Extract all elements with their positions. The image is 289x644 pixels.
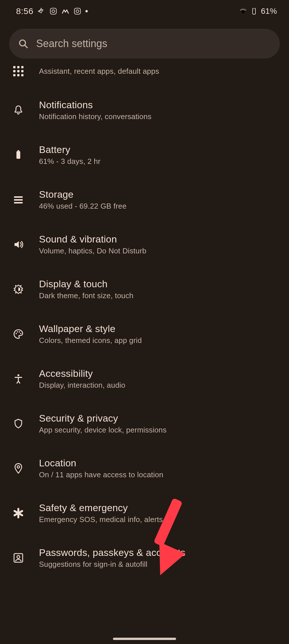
item-title: Security & privacy	[39, 413, 167, 424]
settings-item-wallpaper[interactable]: Wallpaper & style Colors, themed icons, …	[0, 312, 289, 356]
item-title: Accessibility	[39, 368, 125, 379]
settings-item-apps[interactable]: Apps Assistant, recent apps, default app…	[0, 61, 289, 88]
item-title: Display & touch	[39, 278, 133, 290]
svg-rect-8	[253, 7, 255, 8]
item-subtitle: On / 11 apps have access to location	[39, 470, 163, 479]
gesture-nav-bar[interactable]	[113, 638, 176, 640]
settings-item-location[interactable]: Location On / 11 apps have access to loc…	[0, 446, 289, 491]
item-subtitle: Emergency SOS, medical info, alerts	[39, 515, 163, 524]
instagram-icon	[73, 7, 81, 15]
battery-status-icon	[250, 7, 258, 15]
search-icon	[18, 38, 29, 49]
volume-icon	[11, 237, 26, 252]
battery-percentage: 61%	[261, 7, 277, 16]
brightness-icon	[11, 282, 26, 297]
svg-point-13	[15, 333, 17, 334]
item-subtitle: Display, interaction, audio	[39, 381, 125, 390]
medical-asterisk-icon	[11, 506, 26, 521]
settings-item-sound[interactable]: Sound & vibration Volume, haptics, Do No…	[0, 222, 289, 267]
item-subtitle: Volume, haptics, Do Not Disturb	[39, 247, 147, 255]
item-title: Storage	[39, 189, 126, 200]
search-container	[0, 22, 289, 59]
instagram-icon	[49, 7, 57, 15]
shield-icon	[11, 416, 26, 431]
status-bar: 8:56 61%	[0, 0, 289, 22]
svg-point-1	[52, 10, 55, 12]
overflow-dot-icon	[85, 10, 88, 12]
item-subtitle: Suggestions for sign-in & autofill	[39, 560, 185, 569]
item-subtitle: Assistant, recent apps, default apps	[39, 67, 159, 76]
settings-item-display[interactable]: Display & touch Dark theme, font size, t…	[0, 267, 289, 312]
item-subtitle: 46% used - 69.22 GB free	[39, 202, 126, 211]
battery-icon	[11, 148, 26, 162]
search-input[interactable]	[36, 38, 271, 50]
svg-point-20	[17, 556, 20, 558]
location-pin-icon	[11, 461, 26, 476]
settings-item-notifications[interactable]: Notifications Notification history, conv…	[0, 88, 289, 133]
svg-point-2	[55, 9, 56, 10]
account-box-icon	[11, 550, 26, 565]
item-subtitle: App security, device lock, permissions	[39, 426, 167, 434]
svg-point-17	[17, 374, 19, 376]
pinwheel-icon	[37, 7, 45, 15]
palette-icon	[11, 327, 26, 342]
item-title: Wallpaper & style	[39, 323, 142, 334]
bell-icon	[11, 103, 26, 118]
status-time: 8:56	[16, 6, 33, 16]
item-title: Location	[39, 457, 163, 469]
item-title: Safety & emergency	[39, 502, 163, 513]
item-title: Passwords, passkeys & accounts	[39, 547, 185, 558]
settings-item-passwords[interactable]: Passwords, passkeys & accounts Suggestio…	[0, 536, 289, 580]
apps-icon	[11, 64, 26, 79]
search-settings[interactable]	[9, 29, 280, 59]
accessibility-icon	[11, 371, 26, 386]
svg-point-18	[17, 466, 19, 468]
svg-rect-12	[17, 150, 19, 151]
item-title: Sound & vibration	[39, 234, 147, 245]
svg-point-4	[76, 10, 79, 12]
settings-item-security[interactable]: Security & privacy App security, device …	[0, 401, 289, 446]
svg-point-14	[17, 331, 18, 332]
item-subtitle: Colors, themed icons, app grid	[39, 336, 142, 345]
svg-rect-11	[16, 151, 20, 159]
svg-point-16	[20, 333, 21, 334]
item-subtitle: Notification history, conversations	[39, 112, 151, 121]
settings-item-storage[interactable]: Storage 46% used - 69.22 GB free	[0, 177, 289, 222]
settings-list[interactable]: Apps Assistant, recent apps, default app…	[0, 59, 289, 580]
svg-point-5	[79, 9, 80, 10]
item-title: Battery	[39, 144, 101, 155]
wifi-icon	[239, 7, 247, 15]
status-left: 8:56	[16, 6, 88, 16]
zigzag-icon	[61, 7, 69, 15]
settings-item-accessibility[interactable]: Accessibility Display, interaction, audi…	[0, 356, 289, 401]
status-right: 61%	[239, 7, 277, 16]
storage-icon	[11, 192, 26, 207]
settings-item-safety[interactable]: Safety & emergency Emergency SOS, medica…	[0, 491, 289, 536]
item-subtitle: 61% - 3 days, 2 hr	[39, 157, 101, 166]
settings-item-battery[interactable]: Battery 61% - 3 days, 2 hr	[0, 133, 289, 177]
item-subtitle: Dark theme, font size, touch	[39, 291, 133, 300]
svg-rect-7	[253, 11, 255, 14]
item-title: Notifications	[39, 99, 151, 110]
svg-line-10	[25, 45, 28, 48]
svg-point-15	[19, 331, 20, 332]
